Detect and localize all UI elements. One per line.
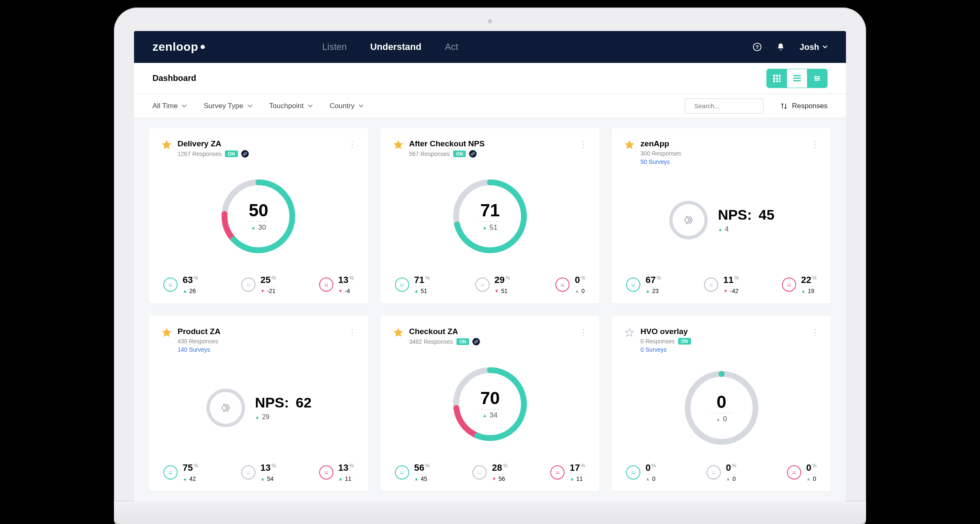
filter-survey-type-label: Survey Type: [204, 102, 243, 110]
surveys-link[interactable]: 0 Surveys: [640, 346, 691, 353]
sad-face-icon: [319, 278, 333, 292]
svg-point-67: [795, 471, 796, 472]
search-input[interactable]: [694, 102, 774, 109]
filter-touchpoint[interactable]: Touchpoint: [269, 102, 313, 110]
happy-face-icon: [626, 465, 640, 480]
sad-face-icon: [319, 465, 333, 480]
chevron-down-icon: [823, 44, 828, 49]
brand-text: zenloop: [152, 40, 198, 54]
happy-percent: 71%: [414, 275, 430, 287]
neutral-delta: ▼-21: [260, 288, 276, 294]
group-icon-ring: [206, 388, 246, 428]
nps-inline: NPS:62 ▲29: [206, 388, 312, 428]
nps-inline: NPS:45 ▲4: [668, 200, 774, 240]
sort-button[interactable]: Responses: [780, 102, 828, 110]
survey-card-product-za[interactable]: ⋮ Product ZA 430 Responses 140 Surveys N…: [149, 316, 368, 491]
svg-rect-8: [773, 80, 775, 82]
link-badge-icon[interactable]: [241, 150, 249, 158]
svg-rect-2: [773, 75, 775, 77]
neutral-percent: 29%: [495, 275, 510, 287]
sentiment-row: 67% ▲23 11% ▼-42 22% ▲19: [624, 275, 818, 294]
nps-delta: ▲4: [718, 226, 774, 233]
star-icon[interactable]: [393, 140, 403, 150]
card-menu-button[interactable]: ⋮: [348, 139, 357, 149]
filter-survey-type[interactable]: Survey Type: [204, 102, 252, 110]
search-box[interactable]: [685, 99, 763, 114]
star-icon[interactable]: [393, 328, 403, 338]
filter-country[interactable]: Country: [330, 102, 364, 110]
card-menu-button[interactable]: ⋮: [348, 327, 357, 337]
card-menu-button[interactable]: ⋮: [579, 327, 588, 337]
after-checkout-sad: 0% ▲0: [555, 275, 585, 294]
product-za-neutral: 13% ▲54: [241, 462, 276, 482]
sad-percent: 22%: [801, 275, 817, 287]
help-icon[interactable]: ?: [753, 42, 762, 52]
view-grid-button[interactable]: [767, 69, 787, 88]
card-menu-button[interactable]: ⋮: [811, 327, 820, 337]
svg-rect-11: [793, 75, 801, 76]
svg-point-46: [247, 471, 248, 472]
survey-card-zenapp[interactable]: ⋮ zenApp 300 Responses 50 Surveys NPS:45…: [612, 128, 831, 304]
neutral-face-icon: [472, 465, 487, 480]
star-icon[interactable]: [162, 328, 172, 338]
svg-point-31: [402, 283, 403, 284]
happy-percent: 0%: [645, 462, 656, 475]
filter-time-label: All Time: [152, 102, 178, 110]
svg-point-16: [815, 79, 817, 81]
dial-delta: ▲30: [247, 221, 270, 232]
card-title: zenApp: [640, 139, 681, 148]
filter-time[interactable]: All Time: [152, 102, 187, 110]
star-icon[interactable]: [162, 140, 172, 150]
star-icon[interactable]: [624, 140, 634, 150]
bell-icon[interactable]: [776, 42, 785, 52]
sentiment-row: 71% ▲51 29% ▼51 0% ▲0: [393, 275, 587, 294]
card-subtitle: 1267 ResponsesON: [178, 150, 249, 158]
sentiment-row: 56% ▲45 28% ▼56 17% ▲11: [393, 462, 587, 482]
svg-point-54: [402, 471, 403, 472]
tab-listen[interactable]: Listen: [322, 42, 347, 52]
on-badge: ON: [453, 150, 466, 157]
sentiment-row: 75% ▲42 13% ▲54 13% ▲11: [162, 462, 356, 482]
surveys-link[interactable]: 50 Surveys: [640, 158, 681, 165]
happy-face-icon: [163, 278, 178, 292]
brand-logo[interactable]: zenloop: [152, 40, 205, 54]
chevron-down-icon: [182, 104, 187, 109]
sad-face-icon: [782, 278, 796, 292]
neutral-delta: ▲0: [726, 475, 736, 482]
surveys-link[interactable]: 140 Surveys: [178, 346, 220, 353]
svg-rect-9: [776, 80, 778, 82]
svg-point-58: [558, 471, 559, 472]
happy-face-icon: [395, 465, 409, 480]
survey-card-delivery-za[interactable]: ⋮ Delivery ZA 1267 ResponsesON 50 ▲30: [149, 128, 368, 304]
view-settings-button[interactable]: [807, 69, 827, 88]
view-list-button[interactable]: [787, 69, 807, 88]
card-menu-button[interactable]: ⋮: [579, 139, 588, 149]
svg-rect-10: [779, 80, 781, 82]
svg-point-42: [789, 283, 790, 284]
camera-dot: [488, 19, 492, 23]
user-menu[interactable]: Josh: [799, 42, 828, 52]
survey-card-after-checkout[interactable]: ⋮ After Checkout NPS 567 ResponsesON 71 …: [381, 128, 600, 304]
survey-card-hvo-overlay[interactable]: ⋮ HVO overlay 0 ResponsesON 0 Surveys 0 …: [612, 316, 831, 491]
survey-card-checkout-za[interactable]: ⋮ Checkout ZA 3482 ResponsesON 70 ▲34: [381, 316, 600, 491]
sentiment-row: 0% ▲0 0% ▲0 0% ▲0: [624, 462, 818, 482]
sad-percent: 0%: [575, 275, 585, 287]
delivery-za-happy: 63% ▲26: [163, 275, 198, 294]
tab-act[interactable]: Act: [445, 42, 458, 52]
star-icon[interactable]: [624, 328, 634, 338]
nps-dial: 0 ▲0: [684, 370, 759, 446]
link-badge-icon[interactable]: [469, 150, 477, 158]
card-title: Delivery ZA: [178, 139, 249, 148]
neutral-face-icon: [241, 278, 255, 292]
hvo-overlay-neutral: 0% ▲0: [707, 462, 736, 482]
sad-delta: ▲11: [570, 475, 583, 482]
link-badge-icon[interactable]: [472, 338, 480, 345]
card-menu-button[interactable]: ⋮: [811, 139, 820, 149]
tab-understand[interactable]: Understand: [370, 42, 421, 52]
dial-score: 0: [717, 392, 726, 412]
happy-face-icon: [626, 278, 640, 292]
sad-delta: ▲11: [338, 475, 351, 482]
group-icon-ring: [668, 200, 709, 240]
product-za-happy: 75% ▲42: [163, 462, 198, 482]
cards-grid: ⋮ Delivery ZA 1267 ResponsesON 50 ▲30: [149, 128, 831, 491]
